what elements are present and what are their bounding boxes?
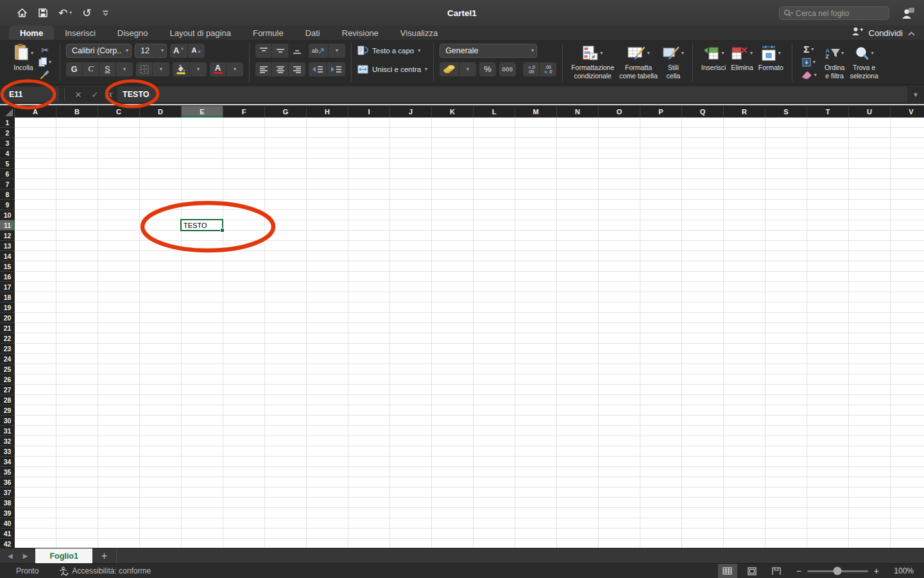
row-header-22[interactable]: 22: [0, 333, 15, 344]
page-break-view-button[interactable]: [767, 564, 786, 578]
find-select-dropdown-icon[interactable]: ▾: [871, 51, 874, 56]
column-header-V[interactable]: V: [891, 106, 924, 118]
column-header-O[interactable]: O: [599, 106, 640, 118]
column-header-T[interactable]: T: [807, 106, 849, 118]
currency-button[interactable]: [440, 62, 459, 76]
borders-dropdown-icon[interactable]: ▾: [153, 62, 169, 76]
row-header-10[interactable]: 10: [0, 210, 15, 220]
row-header-12[interactable]: 12: [0, 231, 15, 241]
save-icon[interactable]: [38, 8, 48, 18]
column-header-I[interactable]: I: [348, 106, 390, 118]
share-button[interactable]: Condividi: [869, 28, 903, 38]
copy-dropdown-icon[interactable]: ▾: [49, 60, 51, 65]
row-header-7[interactable]: 7: [0, 179, 15, 189]
align-center-button[interactable]: [272, 62, 289, 76]
zoom-slider[interactable]: [807, 570, 868, 572]
conditional-formatting-button[interactable]: ≠ ▾ Formattazione condizionale: [569, 43, 617, 82]
row-header-36[interactable]: 36: [0, 477, 15, 487]
row-header-27[interactable]: 27: [0, 385, 15, 395]
ribbon-tab-home[interactable]: Home: [9, 26, 54, 40]
column-header-E[interactable]: E: [182, 106, 223, 118]
clear-dropdown-icon[interactable]: ▾: [814, 73, 817, 78]
search-input[interactable]: [796, 9, 885, 18]
delete-cells-dropdown-icon[interactable]: ▾: [750, 51, 753, 56]
row-header-26[interactable]: 26: [0, 374, 15, 385]
format-as-table-button[interactable]: ▾ Formatta come tabella: [617, 43, 660, 82]
add-sheet-button[interactable]: +: [92, 548, 117, 563]
format-cells-dropdown-icon[interactable]: ▾: [778, 51, 781, 56]
column-header-B[interactable]: B: [56, 106, 98, 118]
decrease-font-button[interactable]: A▼: [188, 44, 205, 58]
ribbon-tab-inserisci[interactable]: Inserisci: [54, 26, 107, 40]
column-header-R[interactable]: R: [724, 106, 766, 118]
row-header-15[interactable]: 15: [0, 261, 15, 272]
cancel-entry-icon[interactable]: ✕: [70, 90, 87, 100]
insert-function-icon[interactable]: fx: [106, 89, 112, 100]
row-header-20[interactable]: 20: [0, 313, 15, 323]
fill-handle[interactable]: [220, 228, 225, 232]
sort-filter-dropdown-icon[interactable]: ▾: [841, 51, 844, 56]
column-header-F[interactable]: F: [223, 106, 265, 118]
row-header-30[interactable]: 30: [0, 416, 15, 426]
undo-dropdown-icon[interactable]: ▾: [69, 10, 72, 15]
sort-filter-button[interactable]: A Z ▾ Ordina e filtra: [822, 43, 848, 82]
search-box[interactable]: [779, 6, 889, 20]
zoom-slider-thumb[interactable]: [834, 567, 842, 575]
customize-toolbar-icon[interactable]: [102, 10, 109, 17]
active-cell-E11[interactable]: TESTO: [180, 219, 223, 231]
row-header-2[interactable]: 2: [0, 128, 15, 138]
currency-dropdown-icon[interactable]: ▾: [459, 62, 476, 76]
row-header-8[interactable]: 8: [0, 189, 15, 200]
column-header-N[interactable]: N: [557, 106, 599, 118]
row-header-4[interactable]: 4: [0, 148, 15, 159]
undo-button[interactable]: ↶▾: [58, 8, 72, 19]
conditional-formatting-dropdown-icon[interactable]: ▾: [600, 51, 603, 56]
orientation-button[interactable]: ab: [309, 44, 329, 58]
cells-area[interactable]: TESTO: [15, 118, 924, 548]
align-left-button[interactable]: [255, 62, 272, 76]
ribbon-tab-visualizza[interactable]: Visualizza: [389, 26, 449, 40]
column-header-K[interactable]: K: [432, 106, 474, 118]
row-header-24[interactable]: 24: [0, 354, 15, 364]
increase-indent-button[interactable]: [327, 62, 345, 76]
row-header-42[interactable]: 42: [0, 539, 15, 548]
row-header-16[interactable]: 16: [0, 272, 15, 282]
wrap-text-dropdown-icon[interactable]: ▾: [418, 48, 420, 53]
row-header-3[interactable]: 3: [0, 138, 15, 148]
row-header-23[interactable]: 23: [0, 344, 15, 354]
column-header-L[interactable]: L: [474, 106, 515, 118]
column-header-M[interactable]: M: [515, 106, 557, 118]
autosum-button[interactable]: Σ ▾: [798, 43, 819, 55]
column-header-J[interactable]: J: [390, 106, 432, 118]
row-header-13[interactable]: 13: [0, 241, 15, 251]
row-header-39[interactable]: 39: [0, 508, 15, 518]
row-header-32[interactable]: 32: [0, 436, 15, 446]
collapse-ribbon-icon[interactable]: [908, 30, 915, 37]
zoom-out-icon[interactable]: −: [796, 566, 801, 576]
format-painter-button[interactable]: [36, 69, 54, 80]
row-header-11[interactable]: 11: [0, 220, 15, 231]
thousands-separator-button[interactable]: 000: [499, 62, 516, 76]
increase-decimal-button[interactable]: ◄.0.00: [523, 62, 540, 76]
row-header-28[interactable]: 28: [0, 395, 15, 405]
font-color-button[interactable]: A: [210, 62, 227, 76]
name-box-stepper-icon[interactable]: ▲▼: [53, 91, 56, 98]
ribbon-tab-disegno[interactable]: Disegno: [107, 26, 159, 40]
row-header-1[interactable]: 1: [0, 118, 15, 128]
column-header-P[interactable]: P: [640, 106, 682, 118]
name-box[interactable]: E11 ▲▼: [3, 87, 59, 102]
page-layout-view-button[interactable]: [742, 564, 762, 578]
sheet-prev-icon[interactable]: ◀: [8, 552, 13, 559]
paste-dropdown-icon[interactable]: ▾: [31, 51, 33, 56]
select-all-corner[interactable]: [0, 106, 15, 118]
copy-button[interactable]: ▾: [36, 57, 54, 67]
redo-button[interactable]: ↺: [82, 8, 91, 19]
row-header-34[interactable]: 34: [0, 457, 15, 467]
font-color-dropdown-icon[interactable]: ▾: [227, 62, 243, 76]
column-header-H[interactable]: H: [307, 106, 348, 118]
align-right-button[interactable]: [289, 62, 305, 76]
row-header-33[interactable]: 33: [0, 446, 15, 457]
column-header-S[interactable]: S: [766, 106, 807, 118]
increase-font-button[interactable]: A▲: [170, 44, 188, 58]
format-cells-button[interactable]: ▾ Formato: [756, 43, 786, 82]
